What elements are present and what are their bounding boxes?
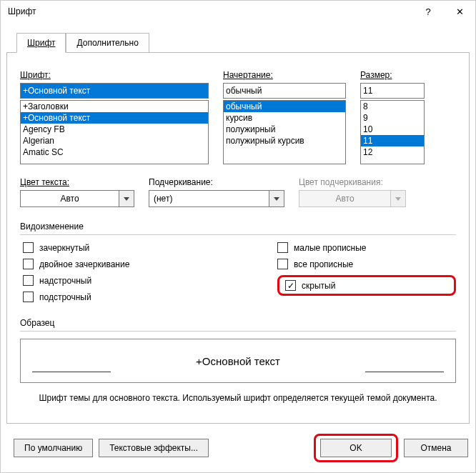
divider <box>20 234 456 235</box>
ok-button[interactable]: OK <box>320 439 392 457</box>
highlight-ok-button: OK <box>314 434 398 462</box>
default-button[interactable]: По умолчанию <box>14 439 93 457</box>
highlight-hidden-checkbox: скрытый <box>277 275 456 296</box>
checkbox-hidden[interactable]: скрытый <box>285 280 335 291</box>
checkbox-smallcaps[interactable]: малые прописные <box>277 242 456 253</box>
checkbox-strike[interactable]: зачеркнутый <box>23 242 277 253</box>
chevron-down-icon[interactable] <box>119 190 134 207</box>
list-item[interactable]: 11 <box>361 135 424 146</box>
list-item[interactable]: Agency FB <box>21 124 208 135</box>
list-item[interactable]: обычный <box>224 101 345 112</box>
list-item[interactable]: +Основной текст <box>21 112 208 124</box>
list-item[interactable]: 12 <box>361 146 424 158</box>
hint-text: Шрифт темы для основного текста. Использ… <box>20 393 456 403</box>
preview-box: +Основной текст <box>20 339 456 383</box>
style-label: Начертание: <box>223 70 346 80</box>
list-item[interactable]: полужирный <box>224 124 345 135</box>
chevron-down-icon <box>390 190 406 207</box>
list-item[interactable]: курсив <box>224 112 345 124</box>
list-item[interactable]: 10 <box>361 124 424 135</box>
font-label: Шрифт: <box>20 70 209 80</box>
tab-bar: Шрифт Дополнительно <box>1 33 475 53</box>
list-item[interactable]: Amatic SC <box>21 146 208 158</box>
text-color-combo[interactable]: Авто <box>20 190 134 207</box>
underline-label: Подчеркивание: <box>149 177 284 187</box>
text-effects-button[interactable]: Текстовые эффекты... <box>99 439 209 457</box>
font-listbox[interactable]: +Заголовки +Основной текст Agency FB Alg… <box>20 100 209 164</box>
close-button[interactable]: ✕ <box>444 1 475 22</box>
tab-advanced[interactable]: Дополнительно <box>66 33 149 53</box>
checkbox-superscript[interactable]: надстрочный <box>23 275 277 286</box>
divider <box>20 331 456 332</box>
list-item[interactable]: Algerian <box>21 135 208 146</box>
size-label: Размер: <box>360 70 425 80</box>
underline-color-combo: Авто <box>299 190 406 207</box>
font-input[interactable]: +Основной текст <box>20 83 209 99</box>
dialog-title: Шрифт <box>8 6 412 16</box>
preview-text: +Основной текст <box>196 355 280 367</box>
title-bar: Шрифт ? ✕ <box>1 1 475 22</box>
underline-combo[interactable]: (нет) <box>149 190 284 207</box>
cancel-button[interactable]: Отмена <box>404 439 468 457</box>
style-input[interactable]: обычный <box>223 83 346 99</box>
help-button[interactable]: ? <box>412 1 444 22</box>
text-color-label: Цвет текста: <box>20 177 134 187</box>
list-item[interactable]: 8 <box>361 101 424 112</box>
checkbox-double-strike[interactable]: двойное зачеркивание <box>23 259 277 269</box>
checkbox-allcaps[interactable]: все прописные <box>277 259 456 269</box>
style-listbox[interactable]: обычный курсив полужирный полужирный кур… <box>223 100 346 164</box>
size-input[interactable]: 11 <box>360 83 425 99</box>
size-listbox[interactable]: 8 9 10 11 12 <box>360 100 425 164</box>
chevron-down-icon[interactable] <box>269 190 284 207</box>
list-item[interactable]: полужирный курсив <box>224 135 345 146</box>
checkbox-subscript[interactable]: подстрочный <box>23 292 277 302</box>
underline-color-label: Цвет подчеркивания: <box>299 177 406 187</box>
list-item[interactable]: +Заголовки <box>21 101 208 112</box>
tab-font[interactable]: Шрифт <box>16 33 66 53</box>
preview-section-title: Образец <box>20 318 456 328</box>
font-dialog: Шрифт ? ✕ Шрифт Дополнительно Шрифт: +Ос… <box>0 0 476 473</box>
dialog-footer: По умолчанию Текстовые эффекты... OK Отм… <box>1 424 475 472</box>
tab-panel: Шрифт: +Основной текст +Заголовки +Основ… <box>6 52 470 424</box>
list-item[interactable]: 9 <box>361 112 424 124</box>
effects-section-title: Видоизменение <box>20 221 456 231</box>
